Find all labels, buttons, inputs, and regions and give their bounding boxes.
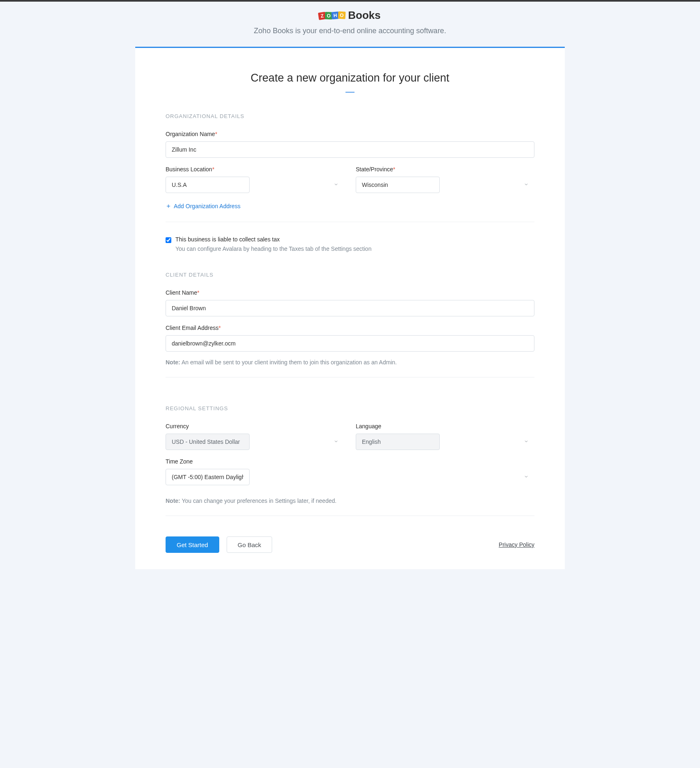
- client-note: Note: An email will be sent to your clie…: [166, 359, 534, 366]
- add-organization-address-link[interactable]: Add Organization Address: [166, 203, 241, 209]
- client-note-prefix: Note:: [166, 359, 180, 366]
- regional-note-text: You can change your preferences in Setti…: [180, 498, 336, 504]
- regional-note: Note: You can change your preferences in…: [166, 498, 534, 504]
- regional-section-label: REGIONAL SETTINGS: [166, 405, 534, 411]
- client-email-label: Client Email Address*: [166, 325, 534, 331]
- brand-word: Books: [348, 9, 380, 22]
- currency-select[interactable]: [166, 434, 250, 450]
- business-location-select[interactable]: [166, 177, 250, 193]
- tagline: Zoho Books is your end-to-end online acc…: [135, 27, 565, 35]
- divider: [166, 516, 534, 516]
- chevron-down-icon: [524, 182, 529, 188]
- state-label: State/Province*: [356, 166, 534, 173]
- org-name-label: Organization Name*: [166, 131, 534, 137]
- go-back-button[interactable]: Go Back: [227, 536, 273, 553]
- state-label-text: State/Province: [356, 166, 393, 173]
- chevron-down-icon: [524, 474, 529, 480]
- language-label: Language: [356, 423, 534, 429]
- client-name-input[interactable]: [166, 300, 534, 316]
- app-header: Z O H O Books Zoho Books is your end-to-…: [135, 2, 565, 47]
- state-select[interactable]: [356, 177, 440, 193]
- chevron-down-icon: [334, 439, 339, 445]
- zoho-books-logo: Z O H O Books: [319, 9, 380, 22]
- privacy-policy-link[interactable]: Privacy Policy: [499, 541, 534, 548]
- main-card: Create a new organization for your clien…: [135, 47, 565, 569]
- org-name-label-text: Organization Name: [166, 131, 215, 137]
- zoho-logo-icon: Z O H O: [319, 11, 346, 19]
- client-section-label: CLIENT DETAILS: [166, 272, 534, 278]
- chevron-down-icon: [524, 439, 529, 445]
- chevron-down-icon: [334, 182, 339, 188]
- title-underline: [345, 92, 355, 93]
- regional-note-prefix: Note:: [166, 498, 180, 504]
- timezone-select[interactable]: [166, 469, 250, 485]
- language-select[interactable]: [356, 434, 440, 450]
- client-email-input[interactable]: [166, 335, 534, 352]
- timezone-label: Time Zone: [166, 458, 534, 465]
- currency-label: Currency: [166, 423, 344, 429]
- business-location-label: Business Location*: [166, 166, 344, 173]
- business-location-label-text: Business Location: [166, 166, 212, 173]
- sales-tax-sublabel: You can configure Avalara by heading to …: [175, 245, 534, 252]
- add-organization-address-text: Add Organization Address: [174, 203, 241, 209]
- client-note-text: An email will be sent to your client inv…: [180, 359, 397, 366]
- page-title: Create a new organization for your clien…: [166, 72, 534, 84]
- plus-icon: [166, 203, 171, 209]
- divider: [166, 377, 534, 377]
- client-email-label-text: Client Email Address: [166, 325, 218, 331]
- sales-tax-checkbox[interactable]: [166, 237, 171, 243]
- org-name-input[interactable]: [166, 141, 534, 158]
- divider: [166, 222, 534, 222]
- client-name-label-text: Client Name: [166, 289, 197, 296]
- logo-letter-o2: O: [338, 11, 346, 19]
- org-section-label: ORGANIZATIONAL DETAILS: [166, 113, 534, 119]
- client-name-label: Client Name*: [166, 289, 534, 296]
- sales-tax-label: This business is liable to collect sales…: [175, 236, 280, 243]
- get-started-button[interactable]: Get Started: [166, 536, 219, 553]
